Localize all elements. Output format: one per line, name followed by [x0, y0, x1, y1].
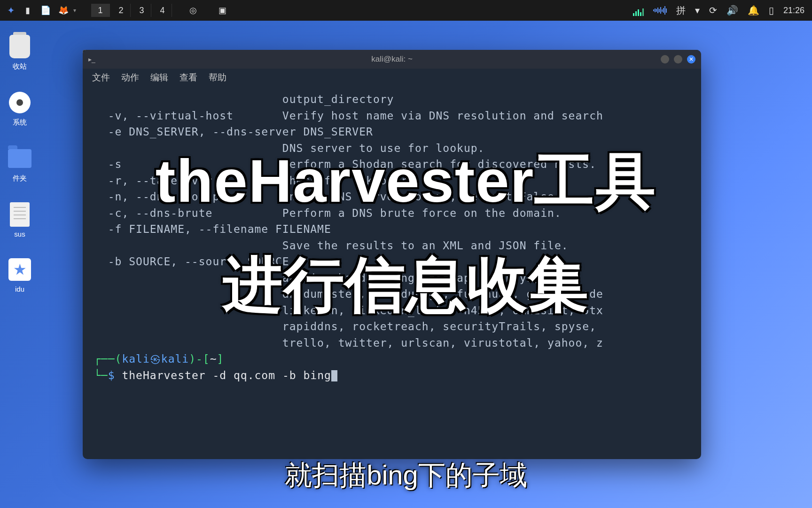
terminal-menubar: 文件 动作 编辑 查看 帮助: [83, 69, 701, 87]
terminal-command: theHarvester -d qq.com -b bing: [122, 369, 331, 381]
video-subtitle: 就扫描bing下的子域: [285, 457, 527, 494]
overlay-title-2: 进行信息收集: [223, 245, 589, 326]
taskbar-left: ✦ ▮ 📄 🦊 ▸_ ▾ 1 2 3 4 ◎ ▣: [4, 2, 230, 18]
obs-icon[interactable]: ◎: [185, 2, 201, 18]
terminal-titlebar[interactable]: ▸_ kali@kali: ~ ✕: [83, 50, 701, 69]
battery-icon[interactable]: ▯: [769, 5, 774, 16]
desktop-icon-folder[interactable]: 件夹: [4, 146, 36, 183]
desktop-icons: 收站 系统 件夹 sus ★ idu: [4, 34, 36, 293]
menu-edit[interactable]: 编辑: [150, 71, 168, 84]
window-controls: ✕: [661, 55, 695, 64]
menu-actions[interactable]: 动作: [121, 71, 139, 84]
app-shortcut-2[interactable]: 📄: [38, 2, 54, 18]
workspace-4[interactable]: 4: [153, 4, 172, 17]
wifi-icon[interactable]: ▾: [695, 5, 700, 16]
top-taskbar: ✦ ▮ 📄 🦊 ▸_ ▾ 1 2 3 4 ◎ ▣: [0, 0, 812, 21]
audio-meter-icon: [633, 5, 644, 16]
cursor-icon: [331, 370, 337, 381]
refresh-icon[interactable]: ⟳: [709, 5, 717, 16]
terminal-content[interactable]: output_directory -v, --virtual-host Veri…: [83, 87, 701, 388]
app-shortcut-1[interactable]: ▮: [20, 2, 36, 18]
dropdown-icon[interactable]: ▾: [73, 7, 82, 14]
desktop-icon-file[interactable]: sus: [4, 202, 36, 238]
menu-view[interactable]: 查看: [180, 71, 197, 84]
record-icon[interactable]: ▣: [214, 2, 230, 18]
terminal-title-icon: ▸_: [88, 56, 95, 63]
volume-icon[interactable]: 🔊: [726, 5, 738, 16]
icon-label: sus: [14, 230, 25, 238]
menu-help[interactable]: 帮助: [209, 71, 226, 84]
terminal-title: kali@kali: ~: [371, 55, 413, 64]
workspace-3[interactable]: 3: [133, 4, 151, 17]
folder-icon: [8, 149, 31, 168]
workspace-2[interactable]: 2: [112, 4, 131, 17]
disc-icon: [9, 92, 31, 113]
icon-label: 收站: [13, 62, 27, 71]
file-icon: [10, 202, 30, 227]
prompt-user: kali㉿kali: [122, 353, 189, 365]
star-icon: ★: [8, 258, 31, 281]
minimize-button[interactable]: [661, 55, 669, 64]
icon-label: 系统: [13, 118, 27, 127]
menu-file[interactable]: 文件: [92, 71, 110, 84]
network-graph-icon: [653, 5, 667, 16]
desktop-icon-trash[interactable]: 收站: [4, 34, 36, 71]
ime-indicator[interactable]: 拼: [676, 4, 686, 17]
taskbar-right: 拼 ▾ ⟳ 🔊 🔔 ▯ 21:26: [633, 4, 808, 17]
icon-label: idu: [15, 285, 24, 293]
firefox-icon[interactable]: 🦊: [55, 2, 71, 18]
close-button[interactable]: ✕: [687, 55, 695, 64]
trash-icon: [9, 35, 30, 58]
maximize-button[interactable]: [674, 55, 682, 64]
icon-label: 件夹: [13, 174, 27, 183]
desktop-icon-star[interactable]: ★ idu: [4, 257, 36, 293]
prompt-path: ~: [210, 353, 217, 365]
desktop-icon-system[interactable]: 系统: [4, 90, 36, 127]
notifications-icon[interactable]: 🔔: [748, 5, 759, 16]
clock[interactable]: 21:26: [783, 6, 808, 16]
kali-logo-icon[interactable]: ✦: [4, 3, 18, 17]
workspace-1[interactable]: 1: [91, 4, 110, 17]
overlay-title-1: theHarvester工具: [156, 141, 657, 222]
